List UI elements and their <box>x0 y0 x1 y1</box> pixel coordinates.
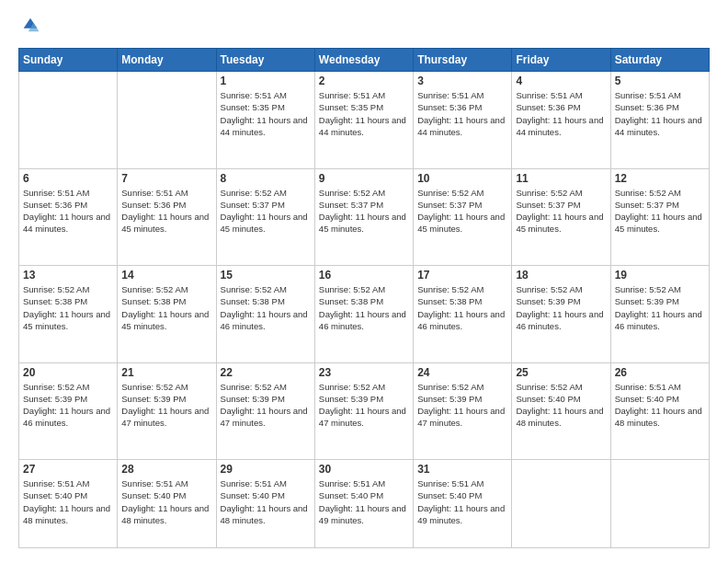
day-number: 15 <box>221 269 311 282</box>
day-info: Sunrise: 5:51 AM Sunset: 5:40 PM Dayligh… <box>615 381 705 430</box>
calendar-week-row-1: 6Sunrise: 5:51 AM Sunset: 5:36 PM Daylig… <box>19 168 710 266</box>
calendar-cell: 2Sunrise: 5:51 AM Sunset: 5:35 PM Daylig… <box>314 72 413 169</box>
logo <box>18 15 40 39</box>
calendar-cell: 26Sunrise: 5:51 AM Sunset: 5:40 PM Dayli… <box>610 362 709 460</box>
day-info: Sunrise: 5:52 AM Sunset: 5:37 PM Dayligh… <box>516 187 606 236</box>
day-info: Sunrise: 5:52 AM Sunset: 5:38 PM Dayligh… <box>319 283 409 332</box>
day-info: Sunrise: 5:52 AM Sunset: 5:39 PM Dayligh… <box>23 381 113 430</box>
calendar-cell: 12Sunrise: 5:52 AM Sunset: 5:37 PM Dayli… <box>610 168 709 266</box>
day-number: 17 <box>417 269 507 282</box>
day-number: 25 <box>516 366 606 379</box>
calendar-cell: 4Sunrise: 5:51 AM Sunset: 5:36 PM Daylig… <box>512 72 610 169</box>
page: SundayMondayTuesdayWednesdayThursdayFrid… <box>0 0 728 563</box>
calendar-cell: 1Sunrise: 5:51 AM Sunset: 5:35 PM Daylig… <box>216 72 314 169</box>
day-number: 11 <box>516 172 606 185</box>
day-info: Sunrise: 5:51 AM Sunset: 5:36 PM Dayligh… <box>516 89 606 138</box>
day-info: Sunrise: 5:52 AM Sunset: 5:37 PM Dayligh… <box>615 187 705 236</box>
calendar-cell: 13Sunrise: 5:52 AM Sunset: 5:38 PM Dayli… <box>19 266 118 363</box>
day-number: 8 <box>221 172 311 185</box>
day-number: 22 <box>221 366 311 379</box>
day-number: 28 <box>121 463 211 476</box>
day-number: 1 <box>221 75 311 87</box>
calendar-cell <box>19 72 118 169</box>
day-number: 14 <box>121 269 211 282</box>
day-info: Sunrise: 5:52 AM Sunset: 5:38 PM Dayligh… <box>23 283 113 332</box>
calendar-cell: 16Sunrise: 5:52 AM Sunset: 5:38 PM Dayli… <box>314 266 413 363</box>
day-info: Sunrise: 5:52 AM Sunset: 5:37 PM Dayligh… <box>417 187 507 236</box>
day-number: 18 <box>516 269 606 282</box>
day-number: 7 <box>121 172 211 185</box>
day-number: 20 <box>23 366 113 379</box>
day-number: 19 <box>615 269 705 282</box>
day-info: Sunrise: 5:51 AM Sunset: 5:35 PM Dayligh… <box>221 89 311 138</box>
calendar-cell <box>512 460 610 548</box>
day-info: Sunrise: 5:51 AM Sunset: 5:40 PM Dayligh… <box>319 477 409 526</box>
day-info: Sunrise: 5:52 AM Sunset: 5:39 PM Dayligh… <box>615 283 705 332</box>
calendar-week-row-0: 1Sunrise: 5:51 AM Sunset: 5:35 PM Daylig… <box>19 72 710 169</box>
calendar-cell: 31Sunrise: 5:51 AM Sunset: 5:40 PM Dayli… <box>414 460 512 548</box>
day-info: Sunrise: 5:52 AM Sunset: 5:39 PM Dayligh… <box>319 381 409 430</box>
calendar-cell <box>610 460 709 548</box>
day-info: Sunrise: 5:52 AM Sunset: 5:39 PM Dayligh… <box>121 381 211 430</box>
day-info: Sunrise: 5:51 AM Sunset: 5:35 PM Dayligh… <box>319 89 409 138</box>
day-number: 23 <box>319 366 409 379</box>
day-info: Sunrise: 5:51 AM Sunset: 5:40 PM Dayligh… <box>121 477 211 526</box>
calendar-cell: 9Sunrise: 5:52 AM Sunset: 5:37 PM Daylig… <box>314 168 413 266</box>
logo-icon <box>20 15 40 35</box>
day-info: Sunrise: 5:51 AM Sunset: 5:36 PM Dayligh… <box>615 89 705 138</box>
day-info: Sunrise: 5:52 AM Sunset: 5:38 PM Dayligh… <box>121 283 211 332</box>
calendar-cell: 17Sunrise: 5:52 AM Sunset: 5:38 PM Dayli… <box>414 266 512 363</box>
day-number: 31 <box>417 463 507 476</box>
calendar-cell: 10Sunrise: 5:52 AM Sunset: 5:37 PM Dayli… <box>414 168 512 266</box>
calendar-cell: 3Sunrise: 5:51 AM Sunset: 5:36 PM Daylig… <box>414 72 512 169</box>
day-info: Sunrise: 5:51 AM Sunset: 5:36 PM Dayligh… <box>121 187 211 236</box>
calendar-header-saturday: Saturday <box>610 49 709 72</box>
day-number: 5 <box>615 75 705 87</box>
calendar-table: SundayMondayTuesdayWednesdayThursdayFrid… <box>18 48 710 548</box>
day-info: Sunrise: 5:52 AM Sunset: 5:37 PM Dayligh… <box>221 187 311 236</box>
calendar-cell: 11Sunrise: 5:52 AM Sunset: 5:37 PM Dayli… <box>512 168 610 266</box>
day-number: 16 <box>319 269 409 282</box>
calendar-header-tuesday: Tuesday <box>216 49 314 72</box>
calendar-header-thursday: Thursday <box>414 49 512 72</box>
calendar-header-row: SundayMondayTuesdayWednesdayThursdayFrid… <box>19 49 710 72</box>
calendar-header-sunday: Sunday <box>19 49 118 72</box>
day-info: Sunrise: 5:52 AM Sunset: 5:39 PM Dayligh… <box>221 381 311 430</box>
day-info: Sunrise: 5:51 AM Sunset: 5:40 PM Dayligh… <box>23 477 113 526</box>
calendar-cell: 8Sunrise: 5:52 AM Sunset: 5:37 PM Daylig… <box>216 168 314 266</box>
calendar-cell: 20Sunrise: 5:52 AM Sunset: 5:39 PM Dayli… <box>19 362 118 460</box>
header <box>18 15 710 39</box>
day-number: 2 <box>319 75 409 87</box>
calendar-header-friday: Friday <box>512 49 610 72</box>
day-number: 30 <box>319 463 409 476</box>
calendar-week-row-3: 20Sunrise: 5:52 AM Sunset: 5:39 PM Dayli… <box>19 362 710 460</box>
calendar-cell: 7Sunrise: 5:51 AM Sunset: 5:36 PM Daylig… <box>118 168 216 266</box>
day-info: Sunrise: 5:52 AM Sunset: 5:38 PM Dayligh… <box>417 283 507 332</box>
calendar-cell: 29Sunrise: 5:51 AM Sunset: 5:40 PM Dayli… <box>216 460 314 548</box>
calendar-header-monday: Monday <box>118 49 216 72</box>
calendar-week-row-2: 13Sunrise: 5:52 AM Sunset: 5:38 PM Dayli… <box>19 266 710 363</box>
calendar-cell: 23Sunrise: 5:52 AM Sunset: 5:39 PM Dayli… <box>314 362 413 460</box>
calendar-cell: 19Sunrise: 5:52 AM Sunset: 5:39 PM Dayli… <box>610 266 709 363</box>
calendar-cell: 18Sunrise: 5:52 AM Sunset: 5:39 PM Dayli… <box>512 266 610 363</box>
calendar-cell: 28Sunrise: 5:51 AM Sunset: 5:40 PM Dayli… <box>118 460 216 548</box>
calendar-cell: 15Sunrise: 5:52 AM Sunset: 5:38 PM Dayli… <box>216 266 314 363</box>
calendar-cell: 21Sunrise: 5:52 AM Sunset: 5:39 PM Dayli… <box>118 362 216 460</box>
day-info: Sunrise: 5:51 AM Sunset: 5:36 PM Dayligh… <box>417 89 507 138</box>
day-number: 13 <box>23 269 113 282</box>
calendar-cell: 30Sunrise: 5:51 AM Sunset: 5:40 PM Dayli… <box>314 460 413 548</box>
calendar-cell <box>118 72 216 169</box>
calendar-cell: 14Sunrise: 5:52 AM Sunset: 5:38 PM Dayli… <box>118 266 216 363</box>
day-info: Sunrise: 5:51 AM Sunset: 5:40 PM Dayligh… <box>417 477 507 526</box>
day-number: 27 <box>23 463 113 476</box>
day-number: 29 <box>221 463 311 476</box>
day-number: 3 <box>417 75 507 87</box>
calendar-cell: 5Sunrise: 5:51 AM Sunset: 5:36 PM Daylig… <box>610 72 709 169</box>
day-info: Sunrise: 5:52 AM Sunset: 5:38 PM Dayligh… <box>221 283 311 332</box>
day-info: Sunrise: 5:52 AM Sunset: 5:39 PM Dayligh… <box>417 381 507 430</box>
day-number: 21 <box>121 366 211 379</box>
day-number: 4 <box>516 75 606 87</box>
day-number: 12 <box>615 172 705 185</box>
day-info: Sunrise: 5:52 AM Sunset: 5:37 PM Dayligh… <box>319 187 409 236</box>
calendar-cell: 24Sunrise: 5:52 AM Sunset: 5:39 PM Dayli… <box>414 362 512 460</box>
